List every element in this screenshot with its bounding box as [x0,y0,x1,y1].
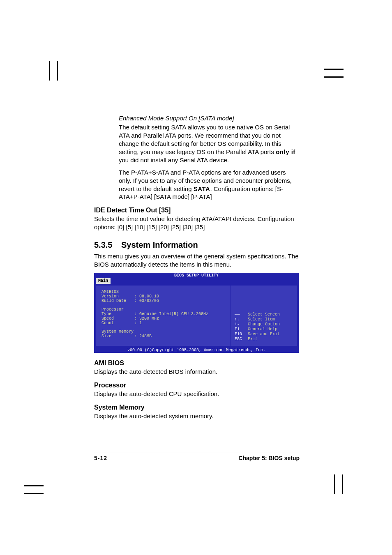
chapter-label: Chapter 5: BIOS setup [238,455,300,461]
help-text: General Help [248,327,277,332]
bios-kv: Count: 1 [101,321,226,325]
bios-left-pane: AMIBIOS Version: 08.00.10 Build Date: 03… [96,286,230,346]
section-number: 5.3.5 [94,240,121,250]
bios-ami-label: AMIBIOS [101,290,226,294]
help-text: Change Option [248,322,280,327]
help-text: Select Item [248,317,275,322]
ami-bios-para: Displays the auto-detected BIOS informat… [94,368,300,376]
text: The default setting SATA allows you to u… [119,124,290,155]
ide-para: Selects the time out value for detecting… [94,215,300,231]
processor-para: Displays the auto-detected CPU specifica… [94,390,300,398]
key: F10 [235,332,248,337]
label: Version [101,294,134,299]
label: Type [101,312,134,316]
key: +- [235,322,248,327]
crop-mark [24,493,44,494]
ide-heading: IDE Detect Time Out [35] [94,207,300,214]
enhanced-mode-para1: The default setting SATA allows you to u… [119,123,300,164]
crop-mark [324,69,344,70]
page: Enhanced Mode Support On [SATA mode] The… [0,0,392,555]
crop-mark [57,61,58,81]
bios-title: BIOS SETUP UTILITY [94,273,299,278]
value: : 03/02/05 [134,299,159,303]
label: Size [101,334,134,339]
text: you did not install any Serial ATA devic… [119,157,229,164]
help-text: Select Screen [248,312,280,317]
value: : Genuine Intel(R) CPU 3.20GHz [134,312,208,316]
ami-bios-heading: AMI BIOS [94,359,300,367]
footer-row: 5-12 Chapter 5: BIOS setup [94,455,300,461]
bios-help: ←→Select Screen ↑↓Select Item +-Change O… [235,312,280,342]
bios-kv: Type: Genuine Intel(R) CPU 3.20GHz [101,312,226,316]
sysinfo-intro: This menu gives you an overview of the g… [94,252,300,269]
key: F1 [235,327,248,332]
help-text: Save and Exit [248,332,280,337]
key: ESC [235,337,248,342]
value: : 3200 MHz [134,316,159,321]
label: Build Date [101,299,134,303]
page-footer: 5-12 Chapter 5: BIOS setup [94,452,300,461]
crop-mark [24,485,44,486]
text-bold: only if [276,148,295,155]
bios-processor-label: Processor [101,307,226,312]
processor-heading: Processor [94,382,300,389]
bios-body: AMIBIOS Version: 08.00.10 Build Date: 03… [94,284,299,348]
label: Speed [101,316,134,321]
section-heading: 5.3.5System Information [94,240,300,250]
label: Count [101,321,134,325]
bios-screenshot: BIOS SETUP UTILITY Main AMIBIOS Version:… [94,273,299,353]
key: ←→ [235,312,248,317]
enhanced-mode-para2: The P-ATA+S-ATA and P-ATA options are fo… [119,168,300,201]
value: : 08.00.10 [134,294,159,299]
enhanced-mode-heading: Enhanced Mode Support On [SATA mode] [119,114,300,122]
crop-mark [334,474,335,494]
help-text: Exit [248,337,258,342]
bios-kv: Version: 08.00.10 [101,294,226,299]
content-area: Enhanced Mode Support On [SATA mode] The… [94,114,300,424]
crop-mark [49,61,50,81]
crop-mark [324,76,344,78]
enhanced-mode-block: Enhanced Mode Support On [SATA mode] The… [119,114,300,201]
section-title: System Information [121,240,198,249]
bios-right-pane: ←→Select Screen ↑↓Select Item +-Change O… [231,286,297,346]
memory-heading: System Memory [94,404,300,411]
bios-kv: Size: 248MB [101,334,226,339]
bios-footer: v00.00 (C)Copyright 1985-2003, American … [94,348,299,353]
page-number: 5-12 [94,455,107,461]
value: : 1 [134,321,142,325]
footer-rule [94,452,300,452]
value: : 248MB [134,334,152,339]
memory-para: Displays the auto-detected system memory… [94,412,300,420]
bios-kv: Speed: 3200 MHz [101,316,226,321]
bios-kv: Build Date: 03/02/05 [101,299,226,303]
text-bold: SATA [194,185,210,192]
bios-memory-label: System Memory [101,329,226,334]
key: ↑↓ [235,317,248,322]
crop-mark [342,474,343,494]
bios-tabbar: Main [94,278,299,284]
bios-tab-main: Main [96,278,111,284]
